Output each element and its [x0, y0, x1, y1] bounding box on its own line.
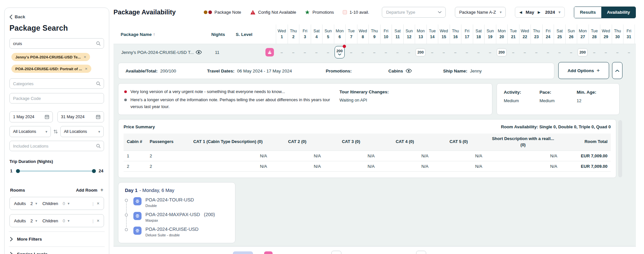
departure-type-select[interactable]: Departure Type	[382, 7, 446, 18]
day-headers: Wed 1 Thu 2 Fri 3 Sat 4 Sun 5 Mon 6 Tue …	[276, 24, 635, 44]
back-button[interactable]: Back	[9, 14, 104, 19]
location-from-select[interactable]: All Locations ▾	[9, 126, 51, 137]
date-from-picker[interactable]: 1 May 2024	[9, 111, 53, 122]
day-column-header: Wed 22	[519, 24, 531, 44]
availability-chip[interactable]: 200	[415, 48, 426, 56]
location-to-select[interactable]: All Locations ▾	[60, 126, 104, 137]
remove-room-icon[interactable]: ×	[97, 218, 99, 223]
view-package-eye-icon[interactable]	[196, 50, 202, 55]
package-chip[interactable]: POA-2024-CRUISE-USD: Portrait of ... ×	[11, 65, 91, 73]
itinerary-item[interactable]: POA-2024-TOUR-USD Double	[125, 197, 229, 208]
duration-slider-handle-max[interactable]	[92, 169, 96, 173]
availability-cell[interactable]: 200	[334, 44, 346, 60]
departure-type-placeholder: Departure Type	[386, 10, 415, 15]
swap-locations-icon[interactable]	[53, 129, 58, 134]
service-levels-toggle[interactable]: Service Levels	[9, 246, 105, 254]
adults-stepper[interactable]: ▾	[35, 202, 37, 205]
availability-cell[interactable]: 200	[496, 44, 508, 60]
children-label: Children	[42, 218, 58, 223]
availability-cell[interactable]: 200	[415, 44, 427, 60]
view-cabins-eye-icon[interactable]	[406, 69, 412, 73]
sort-asc-icon: ↑	[153, 32, 155, 37]
package-code-input[interactable]	[13, 96, 94, 101]
categories-field[interactable]	[9, 78, 104, 89]
availability-chip[interactable]: 200	[335, 46, 345, 58]
day-dow: Fri	[383, 28, 388, 34]
remove-room-icon[interactable]: ×	[97, 201, 99, 206]
available-total-value: 200/100	[160, 69, 176, 73]
calendar-icon	[96, 115, 100, 119]
month-value: May	[526, 10, 534, 15]
next-availability-chip[interactable]	[416, 251, 426, 254]
children-stepper[interactable]: ▾	[68, 202, 70, 205]
children-stepper[interactable]: ▾	[68, 219, 70, 223]
activity-stat: Activity: Medium	[504, 89, 539, 109]
expand-chevron-icon	[338, 54, 341, 56]
add-room-button[interactable]: Add Room +	[76, 187, 103, 193]
next-availability-chip[interactable]	[331, 251, 341, 254]
package-code-field[interactable]	[9, 93, 104, 103]
prev-month-icon[interactable]: ◀	[519, 10, 522, 14]
day-column-header: Sun 5	[322, 24, 334, 44]
availability-chip[interactable]: 200	[497, 48, 507, 56]
adults-stepper[interactable]: ▾	[35, 219, 37, 223]
remove-chip-icon[interactable]: ×	[84, 55, 86, 59]
day-dow: Thu	[533, 28, 540, 34]
detail-scrollbar[interactable]	[618, 120, 622, 177]
date-to-picker[interactable]: 31 May 2024	[57, 111, 104, 122]
package-name-column-header[interactable]: Package Name↑	[121, 32, 155, 37]
chevron-up-icon	[615, 70, 619, 72]
day-num: 2	[292, 34, 294, 40]
package-notes-card: Very long version of a very urgent note …	[118, 83, 492, 115]
no-availability-dash: –	[512, 50, 514, 55]
add-options-button[interactable]: Add Options +	[558, 62, 609, 79]
availability-chip[interactable]: 200	[577, 48, 588, 56]
availability-cell: –	[484, 44, 496, 60]
duration-slider-track[interactable]	[16, 170, 95, 172]
package-info-bar: Available/Total: 200/100 Travel Dates: 0…	[118, 63, 554, 79]
itinerary-item[interactable]: POA-2024-MAXPAX-USD(200) Maxpax	[125, 212, 229, 222]
year-dropdown-icon[interactable]: ▾	[559, 10, 561, 14]
more-filters-label: More Filters	[17, 237, 42, 242]
pace-stat: Pace: Medium	[539, 89, 577, 109]
travel-dates-value: 06 May 2024 - 17 May 2024	[237, 69, 292, 73]
itinerary-item[interactable]: POA-2024-CRUISE-USD Deluxe Suite - doubl…	[125, 227, 229, 237]
sort-select[interactable]: Package Name A-Z ▾	[455, 7, 506, 18]
day-dow: Thu	[452, 28, 459, 34]
chevron-right-icon	[10, 252, 13, 254]
availability-cell[interactable]: 200	[577, 44, 589, 60]
remove-chip-icon[interactable]: ×	[85, 66, 87, 71]
min-age-value: 12	[577, 98, 612, 103]
categories-input[interactable]	[13, 81, 94, 86]
results-tab[interactable]: Results	[574, 7, 601, 18]
availability-cell: –	[427, 44, 438, 60]
day-date: - Monday, 6 May	[140, 188, 174, 193]
location-from-value: All Locations	[13, 129, 36, 134]
legend-label: 1-10 avail.	[350, 10, 369, 15]
day-num: 17	[465, 34, 469, 40]
itinerary-item-subtitle: Deluxe Suite - double	[145, 233, 202, 237]
search-input[interactable]	[13, 41, 94, 46]
next-month-icon[interactable]: ▶	[538, 10, 540, 14]
availability-tab[interactable]: Availability	[601, 7, 636, 18]
day-dow: Thu	[371, 28, 378, 34]
more-filters-toggle[interactable]: More Filters	[9, 231, 105, 246]
collapse-detail-button[interactable]	[612, 62, 622, 79]
package-search-field[interactable]	[9, 38, 104, 49]
service-item-icon	[133, 197, 142, 205]
itinerary-item-title: POA-2024-TOUR-USD	[145, 197, 194, 202]
availability-cell: –	[507, 44, 519, 60]
included-locations-field[interactable]	[9, 141, 104, 151]
activity-value: Medium	[504, 98, 539, 103]
note-dot-icon	[343, 45, 346, 48]
availability-cell: –	[357, 44, 369, 60]
day-dow: Wed	[359, 28, 367, 34]
trip-duration-slider: 1 24	[10, 168, 103, 173]
price-row: 22N/AN/AN/AN/AN/AN/AEUR 7,009.00	[124, 161, 611, 171]
package-chip[interactable]: Jenny's POA-2024-CRUISE-USD Te... ×	[11, 53, 90, 61]
included-locations-input[interactable]	[13, 144, 94, 149]
children-label: Children	[42, 201, 58, 206]
duration-slider-handle-min[interactable]	[16, 169, 20, 173]
availability-count: 200	[579, 50, 586, 54]
legend: Package Note Config Not Available Promot…	[204, 10, 369, 15]
